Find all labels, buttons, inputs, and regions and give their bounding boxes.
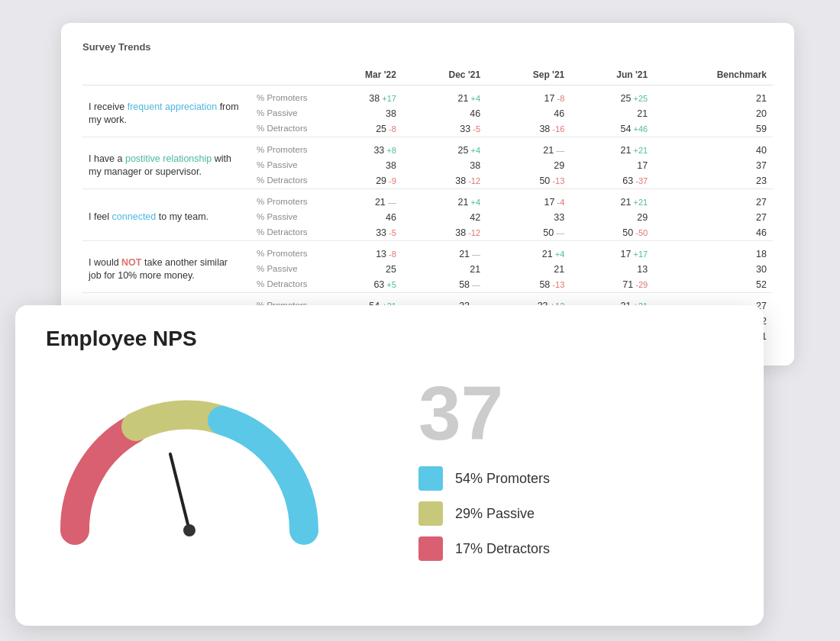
metric-3-2: % Detractors <box>250 277 319 293</box>
cell-2-1-1: 42 <box>402 210 486 225</box>
col-dec21: Dec '21 <box>402 65 486 85</box>
cell-3-2-1: 58 — <box>402 277 486 293</box>
col-sep21: Sep '21 <box>486 65 570 85</box>
survey-title: Survey Trends <box>82 41 773 53</box>
metric-2-2: % Detractors <box>250 225 319 241</box>
cell-0-2-3: 54 +46 <box>570 121 654 137</box>
cell-3-2-2: 58 -13 <box>486 277 570 293</box>
cell-0-0-2: 17 -8 <box>486 85 570 107</box>
cell-3-0-4: 18 <box>654 241 773 263</box>
cell-3-1-0: 25 <box>319 262 402 277</box>
cell-0-2-0: 25 -8 <box>319 121 402 137</box>
metric-0-1: % Passive <box>250 106 319 121</box>
cell-2-2-2: 50 — <box>486 225 570 241</box>
cell-3-1-1: 21 <box>402 262 486 277</box>
cell-3-0-0: 13 -8 <box>319 241 402 263</box>
cell-0-2-1: 33 -5 <box>402 121 486 137</box>
metric-3-1: % Passive <box>250 262 319 277</box>
col-mar22: Mar '22 <box>319 65 402 85</box>
question-1: I have a postitive relationship with my … <box>82 137 250 189</box>
promoters-swatch <box>418 466 443 491</box>
cell-1-1-4: 37 <box>654 158 773 173</box>
col-metric <box>250 65 319 85</box>
cell-2-1-4: 27 <box>654 210 773 225</box>
cell-1-2-2: 50 -13 <box>486 173 570 189</box>
cell-2-2-0: 33 -5 <box>319 225 402 241</box>
nps-title: Employee NPS <box>46 327 197 351</box>
question-0: I receive frequent appreciation from my … <box>82 85 250 137</box>
svg-line-0 <box>170 454 189 530</box>
cell-3-1-4: 30 <box>654 262 773 277</box>
nps-card: Employee NPS 37 54% Promoters 29% Passiv… <box>15 305 764 626</box>
cell-1-0-0: 33 +8 <box>319 137 402 159</box>
survey-table: Mar '22 Dec '21 Sep '21 Jun '21 Benchmar… <box>82 65 773 344</box>
cell-2-2-4: 46 <box>654 225 773 241</box>
cell-1-1-3: 17 <box>570 158 654 173</box>
cell-3-1-2: 21 <box>486 262 570 277</box>
col-jun21: Jun '21 <box>570 65 654 85</box>
metric-1-0: % Promoters <box>250 137 319 159</box>
cell-0-2-4: 59 <box>654 121 773 137</box>
cell-0-0-3: 25 +25 <box>570 85 654 107</box>
metric-2-1: % Passive <box>250 210 319 225</box>
cell-2-1-2: 33 <box>486 210 570 225</box>
passive-swatch <box>418 501 443 526</box>
passive-label: 29% Passive <box>455 506 535 522</box>
promoters-label: 54% Promoters <box>455 471 550 487</box>
cell-0-1-0: 38 <box>319 106 402 121</box>
cell-1-1-1: 38 <box>402 158 486 173</box>
gauge-container <box>52 385 327 569</box>
metric-0-2: % Detractors <box>250 121 319 137</box>
cell-1-0-4: 40 <box>654 137 773 159</box>
cell-3-0-1: 21 — <box>402 241 486 263</box>
cell-3-2-0: 63 +5 <box>319 277 402 293</box>
cell-0-1-3: 21 <box>570 106 654 121</box>
col-question <box>82 65 250 85</box>
cell-0-0-0: 38 +17 <box>319 85 402 107</box>
cell-1-2-1: 38 -12 <box>402 173 486 189</box>
metric-2-0: % Promoters <box>250 189 319 211</box>
metric-3-0: % Promoters <box>250 241 319 263</box>
cell-1-0-3: 21 +21 <box>570 137 654 159</box>
cell-0-0-4: 21 <box>654 85 773 107</box>
legend-detractors: 17% Detractors <box>418 536 550 561</box>
cell-0-1-1: 46 <box>402 106 486 121</box>
detractors-label: 17% Detractors <box>455 541 550 557</box>
cell-3-2-4: 52 <box>654 277 773 293</box>
legend-passive: 29% Passive <box>418 501 550 526</box>
cell-0-0-1: 21 +4 <box>402 85 486 107</box>
cell-2-0-2: 17 -4 <box>486 189 570 211</box>
cell-1-1-0: 38 <box>319 158 402 173</box>
cell-1-0-1: 25 +4 <box>402 137 486 159</box>
metric-1-1: % Passive <box>250 158 319 173</box>
question-2: I feel connected to my team. <box>82 189 250 241</box>
cell-3-1-3: 13 <box>570 262 654 277</box>
cell-1-2-0: 29 -9 <box>319 173 402 189</box>
col-benchmark: Benchmark <box>654 65 773 85</box>
metric-1-2: % Detractors <box>250 173 319 189</box>
cell-0-1-4: 20 <box>654 106 773 121</box>
cell-1-1-2: 29 <box>486 158 570 173</box>
gauge-svg <box>52 385 327 553</box>
cell-2-0-1: 21 +4 <box>402 189 486 211</box>
cell-3-2-3: 71 -29 <box>570 277 654 293</box>
cell-2-2-1: 38 -12 <box>402 225 486 241</box>
cell-3-0-3: 17 +17 <box>570 241 654 263</box>
svg-point-1 <box>183 524 195 536</box>
legend-promoters: 54% Promoters <box>418 466 550 491</box>
cell-2-0-4: 27 <box>654 189 773 211</box>
cell-2-2-3: 50 -50 <box>570 225 654 241</box>
nps-legend: 37 54% Promoters 29% Passive 17% Detract… <box>418 375 550 572</box>
metric-0-0: % Promoters <box>250 85 319 107</box>
cell-0-2-2: 38 -16 <box>486 121 570 137</box>
cell-1-2-3: 63 -37 <box>570 173 654 189</box>
cell-1-2-4: 23 <box>654 173 773 189</box>
cell-3-0-2: 21 +4 <box>486 241 570 263</box>
cell-2-1-3: 29 <box>570 210 654 225</box>
cell-2-0-3: 21 +21 <box>570 189 654 211</box>
nps-score: 37 <box>418 375 550 451</box>
detractors-swatch <box>418 536 443 561</box>
question-3: I would NOT take another similar job for… <box>82 241 250 293</box>
cell-2-1-0: 46 <box>319 210 402 225</box>
cell-0-1-2: 46 <box>486 106 570 121</box>
